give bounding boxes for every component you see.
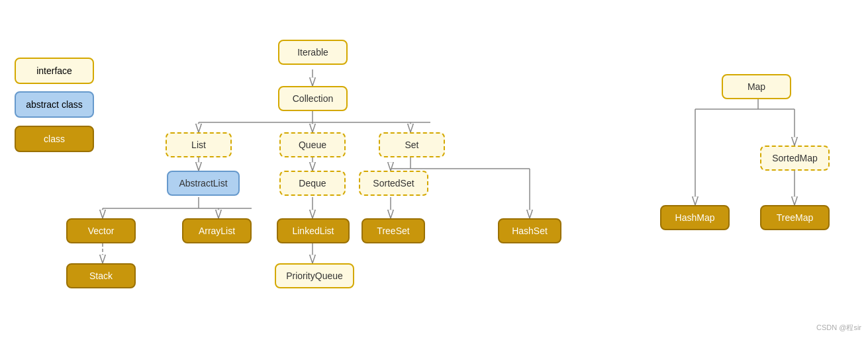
- node-list: List: [166, 132, 232, 157]
- node-abstract-list: AbstractList: [167, 171, 240, 196]
- legend-abstract: abstract class: [15, 91, 94, 118]
- node-vector: Vector: [66, 218, 136, 243]
- node-tree-set: TreeSet: [362, 218, 425, 243]
- node-sorted-map: SortedMap: [760, 146, 830, 171]
- node-set: Set: [379, 132, 445, 157]
- node-stack: Stack: [66, 263, 136, 288]
- legend-interface-label: interface: [36, 65, 72, 76]
- node-iterable: Iterable: [278, 40, 348, 65]
- diagram-container: interface abstract class class Iterable …: [0, 0, 868, 338]
- node-array-list: ArrayList: [182, 218, 252, 243]
- node-tree-map: TreeMap: [760, 205, 830, 230]
- legend-class: class: [15, 126, 94, 152]
- watermark: CSDN @程sir: [816, 323, 861, 333]
- node-sorted-set: SortedSet: [359, 171, 428, 196]
- node-deque: Deque: [279, 171, 346, 196]
- node-hash-set: HashSet: [498, 218, 561, 243]
- node-priority-queue: PriorityQueue: [275, 263, 354, 288]
- node-linked-list: LinkedList: [277, 218, 350, 243]
- node-hash-map: HashMap: [660, 205, 730, 230]
- legend-class-label: class: [44, 134, 65, 144]
- node-map: Map: [722, 74, 791, 99]
- legend-interface: interface: [15, 58, 94, 84]
- node-queue: Queue: [279, 132, 346, 157]
- node-collection: Collection: [278, 86, 348, 111]
- legend-abstract-label: abstract class: [26, 99, 83, 110]
